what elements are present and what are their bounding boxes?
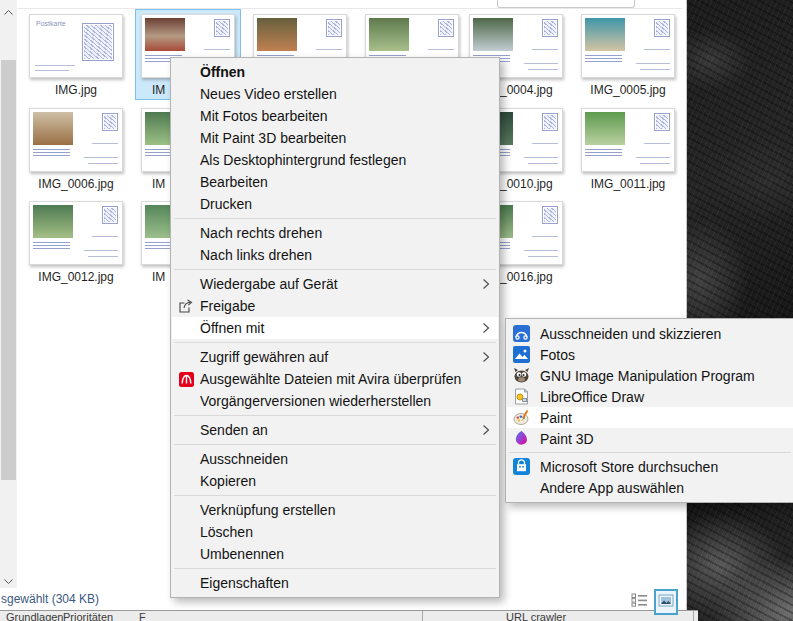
menu-item-label: Mit Paint 3D bearbeiten <box>200 130 490 146</box>
vertical-scrollbar[interactable] <box>0 0 17 588</box>
stamp-icon <box>326 19 342 37</box>
menu-item-andere-app-ausw-hlen[interactable]: Andere App auswählen <box>507 477 793 498</box>
postcard-photo <box>473 18 513 51</box>
snip-sketch-icon <box>513 325 530 342</box>
menu-item--ffnen-mit[interactable]: Öffnen mit <box>172 317 498 339</box>
postcard-address-line <box>92 236 118 237</box>
menu-item-wiedergabe-auf-ger-t[interactable]: Wiedergabe auf Gerät <box>172 273 498 295</box>
postcard-address-line <box>88 256 118 257</box>
menu-item-freigabe[interactable]: Freigabe <box>172 295 498 317</box>
postcard-address-line <box>84 157 118 158</box>
menu-item-kopieren[interactable]: Kopieren <box>172 470 498 492</box>
postcard-address-line <box>636 63 670 64</box>
postcard-address-line <box>316 49 342 50</box>
chevron-up-icon <box>4 1 13 19</box>
menu-item-label: Verknüpfung erstellen <box>200 502 490 518</box>
file-thumbnail[interactable] <box>581 14 675 78</box>
stamp-icon <box>654 19 670 37</box>
file-item[interactable]: IMG_0011.jpg <box>580 108 676 191</box>
share-icon <box>176 298 196 315</box>
stamp-icon <box>542 19 558 37</box>
thumbnail-view-button[interactable] <box>654 589 678 615</box>
postcard-caption-line <box>33 155 70 156</box>
menu-item-als-desktophintergrund-festlegen[interactable]: Als Desktophintergrund festlegen <box>172 149 498 171</box>
background-window-strip: GrundlagenPrioritätenFURL crawler <box>0 610 698 621</box>
stamp-icon <box>82 23 114 61</box>
menu-item-drucken[interactable]: Drucken <box>172 193 498 215</box>
menu-item-ausgew-hlte-dateien-mit-avira-berpr-fen[interactable]: Ausgewählte Dateien mit Avira überprüfen <box>172 368 498 390</box>
details-view-icon <box>631 593 648 611</box>
menu-item-mit-paint-3d-bearbeiten[interactable]: Mit Paint 3D bearbeiten <box>172 127 498 149</box>
menu-item-label: Neues Video erstellen <box>200 86 490 102</box>
postcard-photo <box>33 205 73 238</box>
file-item[interactable]: PostkarteIMG.jpg <box>28 14 124 97</box>
postcard-photo <box>585 112 625 145</box>
postcard-address-line <box>532 143 558 144</box>
menu-item--ffnen[interactable]: Öffnen <box>172 61 498 83</box>
menu-item-label: Ausgewählte Dateien mit Avira überprüfen <box>200 371 490 387</box>
postcard-caption-line <box>585 58 622 59</box>
file-thumbnail[interactable]: Postkarte <box>29 14 123 78</box>
background-strip-text: URL crawler <box>506 611 566 621</box>
fotos-icon <box>513 346 530 363</box>
scroll-up-button[interactable] <box>0 1 17 18</box>
file-thumbnail[interactable] <box>29 201 123 265</box>
file-item[interactable]: IMG_0006.jpg <box>28 108 124 191</box>
postcard-address-line <box>84 250 118 251</box>
menu-item-vorg-ngerversionen-wiederherstellen[interactable]: Vorgängerversionen wiederherstellen <box>172 390 498 412</box>
postcard-address-line <box>524 157 558 158</box>
background-strip-text: Prioritäten <box>63 611 113 621</box>
menu-item-label: Nach links drehen <box>200 247 490 263</box>
postcard-caption-line <box>33 242 70 243</box>
menu-item-paint-3d[interactable]: Paint 3D <box>507 428 793 449</box>
menu-separator <box>174 269 496 270</box>
menu-item-l-schen[interactable]: Löschen <box>172 521 498 543</box>
menu-item-verkn-pfung-erstellen[interactable]: Verknüpfung erstellen <box>172 499 498 521</box>
menu-item-icon-placeholder <box>176 64 196 81</box>
postcard-caption-line <box>257 55 294 56</box>
menu-item-senden-an[interactable]: Senden an <box>172 419 498 441</box>
menu-item-eigenschaften[interactable]: Eigenschaften <box>172 572 498 594</box>
details-view-button[interactable] <box>629 591 650 613</box>
menu-item-label: Zugriff gewähren auf <box>200 349 482 365</box>
menu-item-label: Kopieren <box>200 473 490 489</box>
menu-item-label: Senden an <box>200 422 482 438</box>
menu-item-nach-links-drehen[interactable]: Nach links drehen <box>172 244 498 266</box>
menu-item-icon-placeholder <box>176 422 196 439</box>
postcard-address-line <box>204 49 230 50</box>
menu-item-zugriff-gew-hren-auf[interactable]: Zugriff gewähren auf <box>172 346 498 368</box>
open-with-submenu: Ausschneiden und skizzierenFotosGNU Imag… <box>505 318 793 503</box>
libreoffice-draw-icon <box>513 388 530 405</box>
menu-item-ausschneiden-und-skizzieren[interactable]: Ausschneiden und skizzieren <box>507 323 793 344</box>
file-thumbnail[interactable] <box>581 108 675 172</box>
postcard-caption-line <box>33 152 70 153</box>
postcard-caption-line <box>473 55 510 56</box>
menu-item-label: Paint 3D <box>540 431 785 447</box>
menu-item-bearbeiten[interactable]: Bearbeiten <box>172 171 498 193</box>
menu-item-mit-fotos-bearbeiten[interactable]: Mit Fotos bearbeiten <box>172 105 498 127</box>
menu-item-umbenennen[interactable]: Umbenennen <box>172 543 498 565</box>
paint3d-icon <box>513 430 530 447</box>
menu-item-icon-placeholder <box>176 86 196 103</box>
scroll-down-button[interactable] <box>0 570 17 587</box>
menu-item-icon-placeholder <box>176 130 196 147</box>
menu-item-label: Eigenschaften <box>200 575 490 591</box>
file-item[interactable]: IMG_0012.jpg <box>28 201 124 284</box>
background-strip-text: Grundlagen <box>6 611 64 621</box>
file-thumbnail[interactable] <box>29 108 123 172</box>
postcard-title-text: Postkarte <box>36 20 66 27</box>
menu-separator <box>174 342 496 343</box>
menu-item-nach-rechts-drehen[interactable]: Nach rechts drehen <box>172 222 498 244</box>
menu-item-label: LibreOffice Draw <box>540 389 785 405</box>
scrollbar-thumb[interactable] <box>1 60 16 480</box>
menu-item-icon-placeholder <box>176 152 196 169</box>
menu-item-libreoffice-draw[interactable]: LibreOffice Draw <box>507 386 793 407</box>
menu-item-gnu-image-manipulation-program[interactable]: GNU Image Manipulation Program <box>507 365 793 386</box>
menu-item-microsoft-store-durchsuchen[interactable]: Microsoft Store durchsuchen <box>507 456 793 477</box>
menu-item-neues-video-erstellen[interactable]: Neues Video erstellen <box>172 83 498 105</box>
menu-item-ausschneiden[interactable]: Ausschneiden <box>172 448 498 470</box>
postcard-address-line <box>644 143 670 144</box>
menu-item-fotos[interactable]: Fotos <box>507 344 793 365</box>
menu-item-paint[interactable]: Paint <box>507 407 793 428</box>
file-item[interactable]: IMG_0005.jpg <box>580 14 676 97</box>
